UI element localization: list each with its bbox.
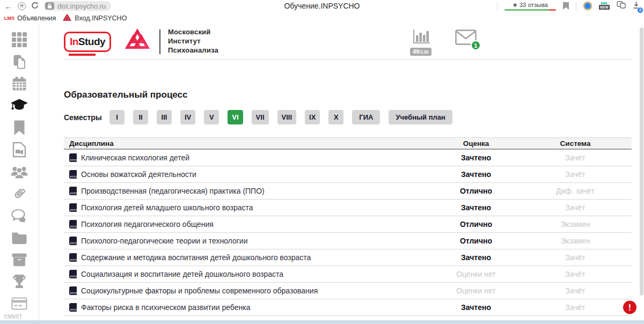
semester-tab-IV[interactable]: IV [180,110,195,124]
table-row[interactable]: Содержание и методика воспитания детей д… [64,249,632,266]
vertical-scrollbar[interactable] [640,27,643,296]
grade-value: Зачтено [433,153,519,162]
discipline-name[interactable]: Производственная (педагогическая) практи… [81,187,265,195]
semester-tab-III[interactable]: III [157,110,172,124]
discipline-name[interactable]: Психология детей младшего школьного возр… [81,203,253,212]
sidebar-item-video-file[interactable] [11,143,27,159]
new-extension-icon[interactable]: NEW [599,2,610,10]
copyright-label: ©МИП [4,313,21,320]
archive-icon [12,253,27,269]
discipline-name[interactable]: Психолого-педагогические теории и технол… [81,237,247,245]
sidebar-item-archive[interactable] [11,253,27,269]
semester-tab-ГИА[interactable]: ГИА [352,110,380,124]
graduation-cap-icon [11,99,28,115]
semester-tab-VII[interactable]: VII [252,110,269,124]
table-row[interactable]: Производственная (педагогическая) практи… [64,183,632,200]
mip-valknut-logo[interactable] [124,27,151,56]
yandex-browser-icon[interactable]: Я [18,2,26,10]
sidebar-item-trophy[interactable] [11,275,27,291]
column-header-discipline: Дисциплина [64,139,433,148]
downloads-icon[interactable]: 2 [633,1,640,11]
sidebar-item-bookmark[interactable] [11,121,27,137]
sidebar-item-documents[interactable] [11,55,27,71]
grading-system-value: Зачёт [519,253,632,262]
sidebar-item-calendar[interactable] [11,77,27,93]
sidebar-item-graduation-cap[interactable] [11,99,27,115]
profile-avatar-icon[interactable] [583,2,592,10]
grade-value: Оценки нет [433,270,519,278]
sidebar-item-chat[interactable] [11,209,27,225]
semester-tab-X[interactable]: X [328,110,343,124]
semester-tab-II[interactable]: II [133,110,148,124]
sidebar-item-apps-grid[interactable] [11,33,27,49]
semester-tab-VI[interactable]: VI [228,110,243,124]
book-icon [69,237,77,245]
semester-tab-I[interactable]: I [109,110,125,124]
book-icon [69,170,77,179]
sidebar-item-paperclip[interactable] [11,187,27,203]
discipline-name[interactable]: Клиническая психология детей [81,153,189,162]
grading-system-value: Диф. зачёт [519,187,632,195]
discipline-name[interactable]: Содержание и методика воспитания детей д… [81,253,311,262]
tab-groups-icon[interactable] [617,1,626,11]
back-icon[interactable]: ← [4,2,12,10]
progress-stats-button[interactable]: 49/135 [410,28,431,56]
progress-badge: 49/135 [410,48,431,56]
grade-value: Оценки нет [433,286,519,295]
column-header-system: Система [519,139,632,148]
review-rating-bar [504,9,556,11]
table-row[interactable]: Факторы риска в психическом развитии реб… [64,299,632,316]
grading-system-value: Зачёт [519,153,632,162]
discipline-name[interactable]: Психология педагогического общения [81,220,214,229]
table-row[interactable]: Социокультурные факторы и проблемы совре… [64,283,632,299]
semester-tab-IX[interactable]: IX [305,110,320,124]
downloads-badge: 2 [637,7,643,13]
browser-nav-row: ← Я dist.inpsycho.ru Обучение.INPSYCHO ★… [0,0,644,12]
documents-icon [12,54,27,71]
lms-icon: LMS [5,16,14,21]
semester-tab-V[interactable]: V [204,110,219,124]
address-bar[interactable]: dist.inpsycho.ru [44,1,111,11]
institute-name: Московский Институт Психоанализа [168,28,218,55]
bookmark-flag-icon[interactable] [563,2,569,10]
chat-icon [11,209,27,225]
semesters-label: Семестры [64,113,109,122]
semester-tab-Учебный план[interactable]: Учебный план [389,110,452,124]
discipline-name[interactable]: Факторы риска в психическом развитии реб… [81,303,250,312]
grade-value: Зачтено [433,170,519,179]
book-icon [69,203,77,212]
lock-icon[interactable] [45,2,54,10]
table-row[interactable]: Основы вожатской деятельностиЗачтеноЗачё… [64,166,632,183]
column-header-grade: Оценка [433,139,519,148]
bookmark-item[interactable]: LMSОбъявления [5,14,56,22]
mail-button[interactable]: 1 [455,30,477,47]
table-row[interactable]: Клиническая психология детейЗачтеноЗачёт [64,150,632,166]
reload-icon[interactable] [31,2,39,10]
discipline-name[interactable]: Социокультурные факторы и проблемы совре… [81,286,318,295]
table-row[interactable]: Психолого-педагогические теории и технол… [64,233,632,249]
table-row[interactable]: Психология педагогического общенияОтличн… [64,216,632,233]
grade-value: Отлично [433,220,519,229]
trophy-icon [11,274,27,291]
table-header-row: Дисциплина Оценка Система [64,137,632,150]
discipline-name[interactable]: Социализация и воспитание детей дошкольн… [81,270,283,278]
table-row[interactable]: Психология детей младшего школьного возр… [64,200,632,216]
sidebar: ©МИП [0,24,39,320]
grading-system-value: Экзамен [519,220,632,229]
instudy-logo[interactable]: InStudy [64,32,111,52]
table-row[interactable]: Социализация и воспитание детей дошкольн… [64,266,632,283]
bookmark-label: Объявления [17,14,56,22]
site-reviews[interactable]: ★ 33 отзыва [504,2,556,11]
grading-system-value: Экзамен [519,237,632,245]
bookmark-item[interactable]: Вход.INPSYCHO [62,14,127,22]
grade-value: Зачтено [433,303,519,312]
sidebar-item-folder[interactable] [11,231,27,247]
sidebar-item-certificate[interactable] [11,297,27,313]
users-icon [11,165,28,181]
discipline-name[interactable]: Основы вожатской деятельности [81,170,196,179]
reviews-count: 33 отзыва [519,2,548,8]
sidebar-item-users[interactable] [11,165,27,181]
grading-system-value: Зачёт [519,286,632,295]
semester-tab-VIII[interactable]: VIII [277,110,297,124]
alert-icon[interactable]: ! [623,301,636,314]
